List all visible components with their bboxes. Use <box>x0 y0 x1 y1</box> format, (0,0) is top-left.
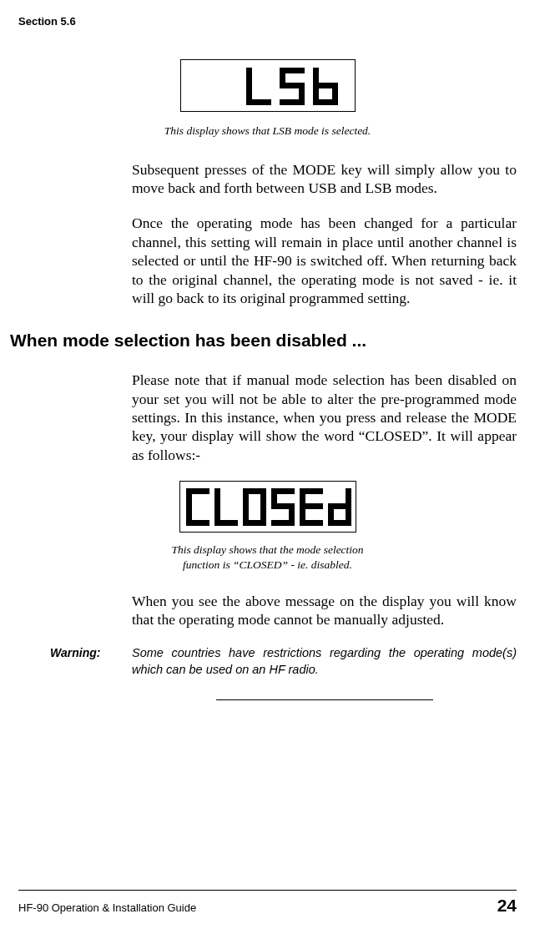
lcd-closed-svg <box>184 487 351 527</box>
svg-rect-28 <box>300 520 323 526</box>
svg-rect-1 <box>246 99 271 105</box>
subsection-heading: When mode selection has been disabled ..… <box>10 331 517 351</box>
horizontal-rule <box>216 699 433 700</box>
warning-text: Some countries have restrictions regardi… <box>132 645 517 677</box>
svg-rect-10 <box>313 99 338 105</box>
footer-page-number: 24 <box>497 896 517 916</box>
svg-rect-9 <box>332 84 338 101</box>
svg-rect-24 <box>271 520 295 526</box>
paragraph-3: Please note that if manual mode selectio… <box>132 371 517 464</box>
lcd1-caption: This display shows that LSB mode is sele… <box>18 124 517 139</box>
svg-rect-13 <box>186 520 209 526</box>
lcd-lsb-svg <box>245 66 345 106</box>
lcd2-caption: This display shows that the mode selecti… <box>159 543 376 573</box>
svg-rect-5 <box>299 84 305 101</box>
lcd-display-closed <box>179 481 356 533</box>
svg-rect-27 <box>300 503 323 509</box>
warning-label: Warning: <box>18 645 132 677</box>
paragraph-4: When you see the above message on the di… <box>132 592 517 629</box>
svg-rect-15 <box>214 520 238 526</box>
svg-rect-6 <box>280 99 305 105</box>
footer-title: HF-90 Operation & Installation Guide <box>18 901 196 914</box>
page-footer: HF-90 Operation & Installation Guide 24 <box>18 890 517 916</box>
svg-rect-0 <box>246 68 252 99</box>
footer-line <box>18 890 517 891</box>
svg-rect-32 <box>328 520 351 526</box>
paragraph-2: Once the operating mode has been changed… <box>132 214 517 307</box>
warning-block: Warning: Some countries have restriction… <box>18 645 517 677</box>
lcd-display-lsb <box>180 59 356 112</box>
svg-rect-19 <box>243 520 266 526</box>
section-header: Section 5.6 <box>18 15 517 28</box>
paragraph-1: Subsequent presses of the MODE key will … <box>132 160 517 198</box>
svg-rect-3 <box>280 68 285 84</box>
